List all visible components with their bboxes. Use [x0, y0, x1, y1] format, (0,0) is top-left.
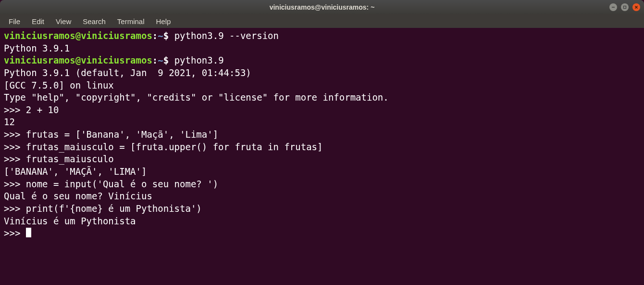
- terminal-line: >>> print(f'{nome} é um Pythonista'): [4, 203, 640, 215]
- terminal-line: viniciusramos@viniciusramos:~$ python3.9: [4, 54, 640, 67]
- menu-view[interactable]: View: [51, 16, 76, 26]
- menu-edit[interactable]: Edit: [27, 16, 49, 26]
- menu-file[interactable]: File: [4, 16, 25, 26]
- minimize-button[interactable]: [609, 3, 617, 11]
- maximize-button[interactable]: [621, 3, 629, 11]
- prompt-dollar: $: [163, 55, 169, 65]
- output-text: >>> frutas_maiusculo = [fruta.upper() fo…: [4, 142, 322, 152]
- output-text: 12: [4, 117, 15, 127]
- output-text: >>>: [4, 228, 26, 238]
- output-text: Type "help", "copyright", "credits" or "…: [4, 92, 389, 103]
- window-title: viniciusramos@viniciusramos: ~: [270, 3, 375, 11]
- terminal-line: viniciusramos@viniciusramos:~$ python3.9…: [4, 30, 640, 42]
- terminal-window: viniciusramos@viniciusramos: ~ File Edit…: [0, 0, 644, 285]
- terminal-line: ['BANANA', 'MAÇÃ', 'LIMA']: [4, 166, 640, 178]
- menubar: File Edit View Search Terminal Help: [0, 14, 644, 28]
- close-icon: [634, 5, 638, 9]
- menu-search[interactable]: Search: [78, 16, 111, 26]
- output-text: Qual é o seu nome? Vinícius: [4, 191, 152, 201]
- minimize-icon: [611, 5, 615, 9]
- output-text: >>> frutas = ['Banana', 'Maçã', 'Lima']: [4, 129, 218, 140]
- terminal-line: [GCC 7.5.0] on linux: [4, 79, 640, 92]
- terminal-line: Type "help", "copyright", "credits" or "…: [4, 91, 640, 104]
- terminal-line: Vinícius é um Pythonista: [4, 215, 640, 228]
- terminal-body[interactable]: viniciusramos@viniciusramos:~$ python3.9…: [0, 28, 644, 285]
- prompt-userhost: viniciusramos@viniciusramos: [4, 55, 152, 65]
- terminal-line: Python 3.9.1 (default, Jan 9 2021, 01:44…: [4, 67, 640, 79]
- prompt-path: ~: [158, 55, 163, 65]
- output-text: [GCC 7.5.0] on linux: [4, 80, 114, 91]
- output-text: >>> frutas_maiusculo: [4, 154, 114, 164]
- prompt-colon: :: [152, 30, 158, 41]
- output-text: Python 3.9.1: [4, 43, 70, 53]
- window-controls: [609, 3, 640, 11]
- titlebar: viniciusramos@viniciusramos: ~: [0, 0, 644, 14]
- prompt-colon: :: [152, 55, 158, 65]
- terminal-line: Qual é o seu nome? Vinícius: [4, 190, 640, 203]
- command-text: python3.9: [169, 55, 223, 65]
- cursor-block: [26, 228, 31, 237]
- terminal-line: >>> nome = input('Qual é o seu nome? '): [4, 178, 640, 191]
- output-text: Python 3.9.1 (default, Jan 9 2021, 01:44…: [4, 67, 257, 78]
- output-text: Vinícius é um Pythonista: [4, 216, 136, 226]
- terminal-line: >>> frutas = ['Banana', 'Maçã', 'Lima']: [4, 129, 640, 141]
- prompt-userhost: viniciusramos@viniciusramos: [4, 30, 152, 41]
- terminal-line: 12: [4, 116, 640, 129]
- terminal-line: >>> 2 + 10: [4, 104, 640, 117]
- prompt-path: ~: [158, 30, 163, 41]
- terminal-line: >>> frutas_maiusculo: [4, 153, 640, 166]
- menu-terminal[interactable]: Terminal: [112, 16, 149, 26]
- menu-help[interactable]: Help: [151, 16, 176, 26]
- prompt-dollar: $: [163, 30, 169, 41]
- maximize-icon: [623, 5, 627, 9]
- output-text: >>> nome = input('Qual é o seu nome? '): [4, 179, 218, 189]
- terminal-line: >>> frutas_maiusculo = [fruta.upper() fo…: [4, 141, 640, 154]
- output-text: >>> 2 + 10: [4, 104, 59, 115]
- command-text: python3.9 --version: [169, 30, 279, 41]
- svg-rect-1: [624, 6, 626, 9]
- output-text: >>> print(f'{nome} é um Pythonista'): [4, 203, 202, 214]
- output-text: ['BANANA', 'MAÇÃ', 'LIMA']: [4, 166, 147, 177]
- close-button[interactable]: [632, 3, 640, 11]
- terminal-line: >>>: [4, 227, 640, 240]
- terminal-line: Python 3.9.1: [4, 42, 640, 55]
